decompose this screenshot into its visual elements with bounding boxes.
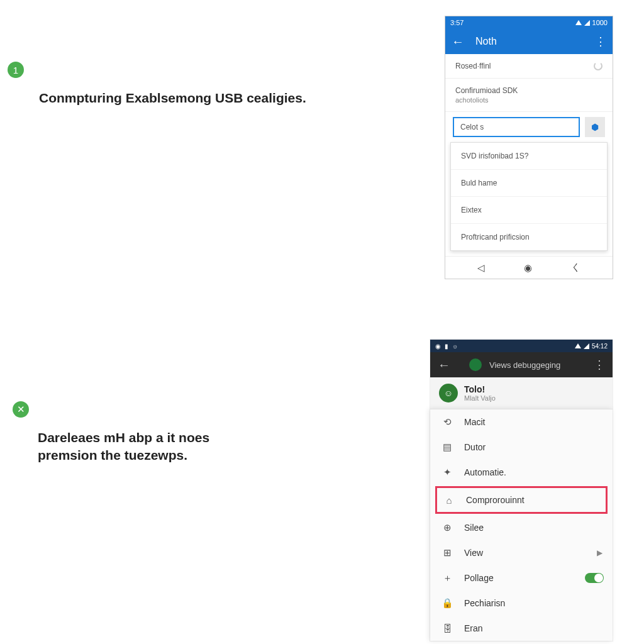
menu-item-component[interactable]: ⌂ Comprorouinnt [437, 488, 606, 512]
plus-icon: ＋ [441, 572, 453, 584]
overflow-menu-icon[interactable]: ⋮ [595, 35, 606, 48]
step-2-text: Dareleaes mH abp a it noes premsion the … [38, 429, 239, 465]
status-time: 3:57 [450, 19, 464, 26]
step-badge-1: 1 [8, 62, 24, 78]
globe-icon: ⊕ [441, 522, 453, 533]
menu-item-silee[interactable]: ⊕ Silee [430, 515, 613, 540]
list-icon: ▤ [441, 441, 453, 453]
notif-icon: ☼ [452, 343, 458, 350]
menu-label: Eran [464, 623, 483, 633]
status-time: 54:12 [592, 343, 608, 350]
back-arrow-icon[interactable]: ← [438, 358, 450, 372]
briefcase-icon: 🗄 [441, 623, 453, 634]
option-item[interactable]: Eixtex [451, 197, 607, 224]
chevron-right-icon: ▶ [597, 548, 602, 557]
menu-label: Macit [464, 417, 485, 427]
option-item[interactable]: SVD irisfonibad 1S? [451, 143, 607, 170]
menu-item-pechiarisn[interactable]: 🔒 Pechiarisn [430, 591, 613, 616]
phone-screenshot-1: 3:57 1000 ← Noth ⋮ Rosed·ffinl Confirumi… [445, 16, 613, 279]
nav-home-icon[interactable]: ◉ [524, 262, 532, 274]
dropdown-row: Celot s ⬢ [445, 112, 613, 142]
step-badge-2: ✕ [13, 401, 29, 418]
shield-icon: ⬢ [591, 122, 599, 132]
gear-icon: ✦ [441, 467, 453, 478]
dropdown-field[interactable]: Celot s [453, 117, 580, 137]
nav-back-icon[interactable]: ◁ [477, 262, 485, 274]
menu-label: Comprorouinnt [466, 495, 525, 505]
menu-label: Dutor [464, 442, 486, 452]
option-item[interactable]: Proftricand prificsion [451, 224, 607, 250]
appbar-title: Noth [475, 36, 595, 47]
app-bar: ← Noth ⋮ [445, 29, 613, 54]
contact-info: Tolo! Mlalt Valjo [464, 384, 496, 402]
status-bar: 3:57 1000 [445, 16, 613, 29]
menu-sheet: ⟲ Macit ▤ Dutor ✦ Automatie. ⌂ Comprorou… [430, 409, 613, 641]
avatar-icon: ☺ [439, 384, 458, 402]
home-icon: ⌂ [443, 494, 455, 506]
list-item-sdk[interactable]: Confirumioad SDK achotoliots [445, 79, 613, 112]
grid-icon: ⊞ [441, 547, 453, 558]
battery-text: 1000 [592, 19, 608, 26]
menu-item-pollage[interactable]: ＋ Pollage [430, 565, 613, 591]
nav-recent-icon[interactable]: く [571, 262, 580, 274]
toggle-switch[interactable] [585, 573, 604, 583]
notif-icon: ▮ [445, 343, 448, 350]
list-item-sublabel: achotoliots [455, 96, 489, 104]
lock-icon: 🔒 [441, 597, 453, 609]
appbar-title: Views debuggeging [489, 360, 586, 370]
phone-screenshot-2: ◉ ▮ ☼ 54:12 ← Views debuggeging ⋮ ☺ Tolo… [430, 340, 613, 641]
overflow-menu-icon[interactable]: ⋮ [594, 358, 605, 372]
dropdown-action-button[interactable]: ⬢ [585, 117, 605, 137]
wifi-icon [575, 20, 582, 25]
app-bar: ← Views debuggeging ⋮ [430, 352, 613, 377]
menu-label: View [464, 548, 483, 558]
menu-item-automate[interactable]: ✦ Automatie. [430, 460, 613, 485]
signal-icon [584, 343, 589, 349]
layers-icon: ⟲ [441, 416, 453, 428]
menu-item-macit[interactable]: ⟲ Macit [430, 409, 613, 435]
app-avatar-icon [469, 358, 482, 371]
nav-bar: ◁ ◉ く [445, 256, 613, 279]
menu-label: Pollage [464, 573, 494, 583]
step-1-text: Conmpturing Exablsemong USB cealigies. [39, 89, 306, 107]
menu-item-eran[interactable]: 🗄 Eran [430, 616, 613, 641]
status-bar: ◉ ▮ ☼ 54:12 [430, 340, 613, 352]
list-item-rosed[interactable]: Rosed·ffinl [445, 54, 613, 79]
menu-item-dutor[interactable]: ▤ Dutor [430, 435, 613, 460]
clock-icon: ◉ [435, 343, 441, 350]
status-left-icons: ◉ ▮ ☼ [435, 343, 458, 350]
status-right: 54:12 [575, 343, 608, 350]
back-arrow-icon[interactable]: ← [452, 35, 464, 49]
menu-item-view[interactable]: ⊞ View ▶ [430, 540, 613, 565]
dropdown-value: Celot s [460, 123, 484, 131]
list-item-label: Rosed·ffinl [455, 62, 491, 70]
contact-sub: Mlalt Valjo [464, 394, 496, 402]
option-item[interactable]: Buld hame [451, 170, 607, 197]
menu-label: Silee [464, 523, 484, 533]
spinner-icon [594, 62, 602, 70]
signal-icon [584, 20, 590, 26]
contact-name: Tolo! [464, 384, 496, 394]
wifi-icon [575, 343, 581, 348]
dropdown-options-panel: SVD irisfonibad 1S? Buld hame Eixtex Pro… [450, 142, 608, 251]
menu-label: Automatie. [464, 467, 506, 477]
highlight-frame: ⌂ Comprorouinnt [435, 486, 608, 514]
list-item-label: Confirumioad SDK [455, 86, 518, 95]
status-right: 1000 [575, 19, 608, 26]
contact-header: ☺ Tolo! Mlalt Valjo [430, 377, 613, 409]
menu-label: Pechiarisn [464, 598, 505, 608]
